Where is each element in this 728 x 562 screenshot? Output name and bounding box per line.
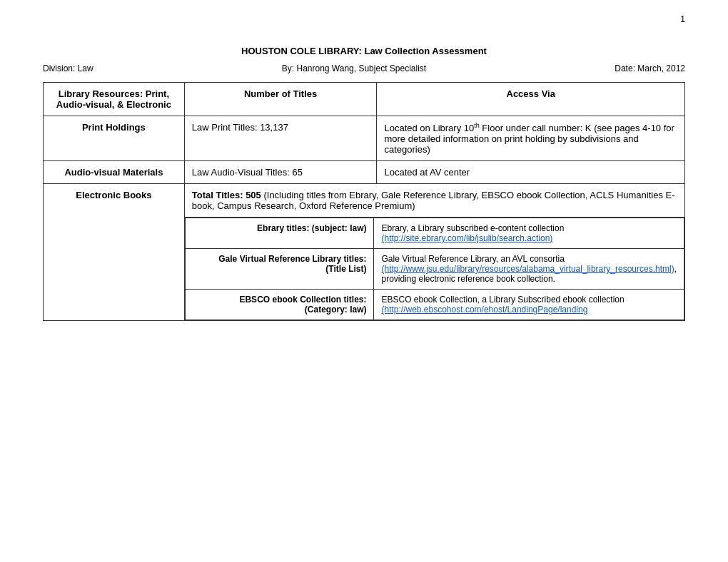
ebrary-label-main: Ebrary titles: [257, 223, 309, 233]
meta-row: Division: Law By: Hanrong Wang, Subject … [43, 63, 685, 73]
division-label: Division: Law [43, 63, 93, 73]
ebooks-total-text: (Including titles from Ebrary, Gale Refe… [192, 190, 675, 211]
ebrary-label: Ebrary titles: (subject: law) [185, 218, 374, 249]
print-titles: Law Print Titles: 13,137 [184, 116, 377, 161]
gale-label: Gale Virtual Reference Library titles:(T… [185, 249, 374, 290]
header-resource: Library Resources: Print, Audio-visual, … [44, 83, 185, 116]
gale-value: Gale Virtual Reference Library, an AVL c… [374, 249, 684, 290]
ebsco-label-sub: (Category: law) [305, 305, 367, 315]
av-label: Audio-visual Materials [44, 161, 185, 184]
inner-table: Ebrary titles: (subject: law) Ebrary, a … [185, 218, 684, 320]
print-access-text-pre: Located on Library 10 [384, 123, 474, 133]
print-access: Located on Library 10th Floor under call… [377, 116, 685, 161]
gale-label-sub: (Title List) [325, 264, 366, 274]
ebooks-total-bold: Total Titles: 505 [192, 190, 261, 200]
header-titles: Number of Titles [184, 83, 377, 116]
gale-row: Gale Virtual Reference Library titles:(T… [185, 249, 684, 290]
page-title: HOUSTON COLE LIBRARY: Law Collection Ass… [43, 46, 685, 56]
author-label: By: Hanrong Wang, Subject Specialist [282, 63, 426, 73]
main-table: Library Resources: Print, Audio-visual, … [43, 82, 685, 321]
gale-link[interactable]: (http://www.jsu.edu/library/resources/al… [381, 264, 674, 274]
header-access: Access Via [377, 83, 685, 116]
ebooks-content: Total Titles: 505 (Including titles from… [184, 184, 684, 321]
ebrary-text: Ebrary, a Library subscribed e-content c… [381, 223, 564, 233]
table-row-print: Print Holdings Law Print Titles: 13,137 … [44, 116, 685, 161]
print-label: Print Holdings [44, 116, 185, 161]
table-row-ebooks: Electronic Books Total Titles: 505 (Incl… [44, 184, 685, 321]
ebsco-link[interactable]: (http://web.ebscohost.com/ehost/LandingP… [381, 305, 587, 315]
ebsco-text: EBSCO ebook Collection, a Library Subscr… [381, 295, 624, 305]
ebsco-value: EBSCO ebook Collection, a Library Subscr… [374, 290, 684, 320]
av-access: Located at AV center [377, 161, 685, 184]
ebrary-label-sub: (subject: law) [309, 223, 366, 233]
date-label: Date: March, 2012 [615, 63, 685, 73]
gale-text: Gale Virtual Reference Library, an AVL c… [381, 254, 564, 264]
ebooks-total-row: Total Titles: 505 (Including titles from… [185, 184, 684, 218]
ebsco-label-main: EBSCO ebook Collection titles: [239, 295, 366, 305]
ebsco-row: EBSCO ebook Collection titles:(Category:… [185, 290, 684, 320]
ebsco-label: EBSCO ebook Collection titles:(Category:… [185, 290, 374, 320]
gale-label-main: Gale Virtual Reference Library titles: [218, 254, 366, 264]
ebrary-value: Ebrary, a Library subscribed e-content c… [374, 218, 684, 249]
ebrary-row: Ebrary titles: (subject: law) Ebrary, a … [185, 218, 684, 249]
ebrary-link[interactable]: (http://site.ebrary.com/lib/jsulib/searc… [381, 233, 552, 243]
superscript-th: th [474, 122, 480, 129]
av-titles: Law Audio-Visual Titles: 65 [184, 161, 377, 184]
page-number: 1 [43, 14, 685, 24]
table-row-av: Audio-visual Materials Law Audio-Visual … [44, 161, 685, 184]
ebooks-label: Electronic Books [44, 184, 185, 321]
